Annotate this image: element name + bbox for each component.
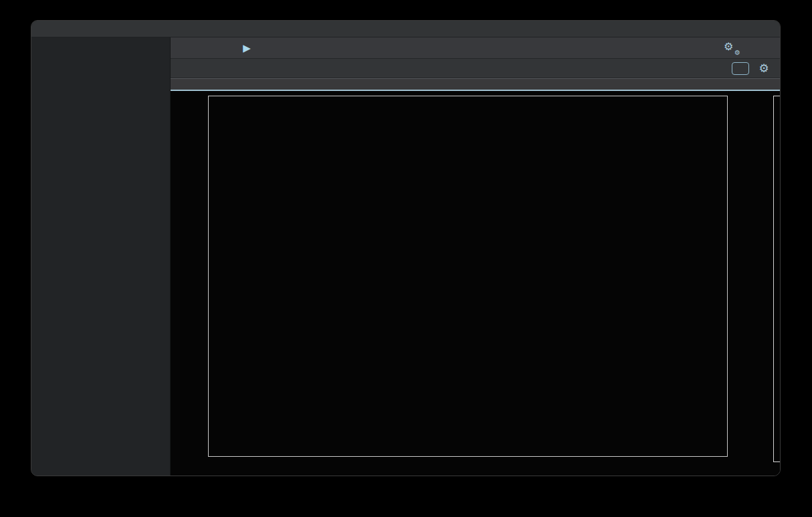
spectrogram-plot[interactable] [208, 96, 728, 457]
plot-region [171, 91, 780, 476]
microphone-icon[interactable] [207, 40, 223, 56]
tool-header: ⚙ [171, 59, 780, 78]
chart-icon[interactable] [732, 62, 749, 75]
cursor-readout-bar [171, 78, 780, 91]
app-window: ▶ ⚙ ⚙ ⚙ [31, 20, 781, 476]
sidebar [31, 37, 171, 476]
gear-icon[interactable]: ⚙ [756, 60, 772, 76]
titlebar[interactable] [31, 21, 780, 37]
minimize-button[interactable] [54, 25, 62, 33]
spectrogram-canvas[interactable] [209, 96, 727, 456]
close-button[interactable] [40, 25, 48, 33]
colorbar [773, 96, 780, 462]
sidebar-toggle-icon[interactable] [183, 40, 199, 56]
share-icon[interactable] [693, 40, 709, 56]
play-button[interactable]: ▶ [239, 40, 255, 56]
zoom-button[interactable] [67, 25, 75, 33]
info-icon[interactable] [754, 40, 771, 56]
main-toolbar: ▶ ⚙ ⚙ [171, 37, 780, 59]
window-title [171, 21, 780, 37]
settings-gears-icon[interactable]: ⚙ ⚙ [724, 41, 740, 55]
waveform-icon[interactable] [181, 60, 197, 76]
traffic-lights [40, 25, 75, 33]
